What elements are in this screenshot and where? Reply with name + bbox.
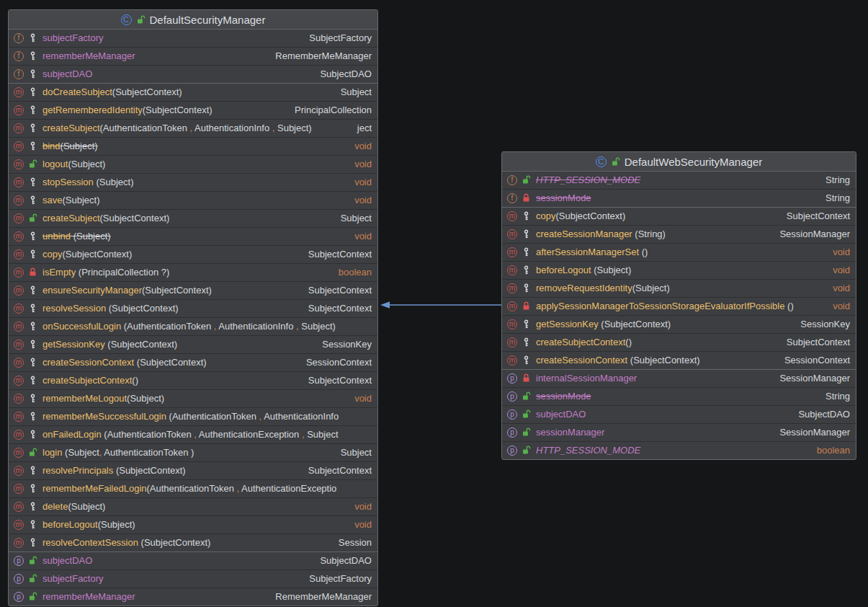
method-row-createSessionContext[interactable]: mcreateSessionContext (SubjectContext)Se…: [502, 351, 856, 369]
member-type: SubjectContext: [787, 211, 850, 221]
class-header[interactable]: C DefaultWebSecurityManager: [502, 152, 856, 171]
member-type: SessionManager: [779, 373, 850, 384]
method-row-getSessionKey[interactable]: mgetSessionKey (SubjectContext)SessionKe…: [502, 315, 856, 333]
member-type: ject: [357, 123, 372, 133]
method-icon: m: [14, 267, 24, 278]
method-row-rememberMeSuccessfulLogin[interactable]: mrememberMeSuccessfulLogin (Authenticati…: [9, 407, 377, 425]
propertie-row-sessionMode[interactable]: psessionModeString: [502, 387, 856, 405]
propertie-row-subjectFactory[interactable]: psubjectFactorySubjectFactory: [9, 570, 377, 588]
arrow-head-icon: [380, 301, 390, 309]
method-row-copy[interactable]: mcopy(SubjectContext)SubjectContext: [9, 245, 377, 263]
protected-key-icon: [28, 466, 37, 475]
protected-key-icon: [28, 340, 37, 349]
member-type: String: [826, 391, 850, 402]
member-type: SubjectContext: [308, 249, 372, 260]
method-row-doCreateSubject[interactable]: mdoCreateSubject(SubjectContext)Subject: [9, 83, 377, 101]
propertie-row-HTTP_SESSION_MODE[interactable]: pHTTP_SESSION_MODEboolean: [502, 441, 856, 459]
protected-key-icon: [522, 229, 531, 239]
member-signature: createSubject(SubjectContext): [42, 213, 335, 223]
member-signature: getSessionKey (SubjectContext): [536, 319, 795, 329]
method-row-getSessionKey[interactable]: mgetSessionKey (SubjectContext)SessionKe…: [9, 335, 377, 353]
member-list: fsubjectFactorySubjectFactoryfrememberMe…: [9, 29, 377, 606]
protected-key-icon: [28, 358, 37, 367]
member-type: Subject: [341, 447, 372, 458]
member-type: void: [354, 501, 372, 512]
method-icon: m: [14, 340, 24, 350]
member-signature: beforeLogout (Subject): [536, 265, 827, 275]
method-row-resolveContextSession[interactable]: mresolveContextSession (SubjectContext)S…: [9, 533, 377, 551]
reference-arrow[interactable]: [378, 299, 501, 311]
method-row-rememberMeFailedLogin[interactable]: mrememberMeFailedLogin(AuthenticationTok…: [9, 479, 377, 497]
field-row-HTTP_SESSION_MODE[interactable]: fHTTP_SESSION_MODEString: [502, 171, 856, 189]
method-row-applySessionManagerToSessionStorageEvaluatorIfPossible[interactable]: mapplySessionManagerToSessionStorageEval…: [502, 297, 856, 315]
member-name: rememberMeManager: [42, 591, 269, 602]
method-row-createSubjectContext[interactable]: mcreateSubjectContext()SubjectContext: [502, 333, 856, 351]
method-row-copy[interactable]: mcopy(SubjectContext)SubjectContext: [502, 207, 856, 225]
public-lock-icon: [28, 574, 37, 583]
protected-key-icon: [28, 322, 37, 331]
method-row-createSubject[interactable]: mcreateSubject(AuthenticationToken , Aut…: [9, 119, 377, 137]
method-icon: m: [507, 355, 517, 365]
method-row-resolveSession[interactable]: mresolveSession (SubjectContext)SubjectC…: [9, 299, 377, 317]
method-icon: m: [507, 283, 517, 293]
method-row-onSuccessfulLogin[interactable]: monSuccessfulLogin (AuthenticationToken …: [9, 317, 377, 335]
method-row-logout[interactable]: mlogout(Subject)void: [9, 155, 377, 173]
propertie-icon: p: [507, 446, 517, 456]
method-row-beforeLogout[interactable]: mbeforeLogout(Subject)void: [9, 515, 377, 533]
method-row-rememberMeLogout[interactable]: mrememberMeLogout(Subject)void: [9, 389, 377, 407]
field-row-rememberMeManager[interactable]: frememberMeManagerRememberMeManager: [9, 47, 377, 65]
method-row-createSessionManager[interactable]: mcreateSessionManager (String)SessionMan…: [502, 225, 856, 243]
method-row-afterSessionManagerSet[interactable]: mafterSessionManagerSet ()void: [502, 243, 856, 261]
protected-key-icon: [28, 502, 37, 511]
field-row-subjectFactory[interactable]: fsubjectFactorySubjectFactory: [9, 29, 377, 47]
method-row-createSessionContext[interactable]: mcreateSessionContext (SubjectContext)Se…: [9, 353, 377, 371]
member-signature: save(Subject): [42, 195, 349, 205]
method-row-onFailedLogin[interactable]: monFailedLogin (AuthenticationToken , Au…: [9, 425, 377, 443]
method-row-isEmpty[interactable]: misEmpty (PrincipalCollection ?)boolean: [9, 263, 377, 281]
method-row-createSubjectContext[interactable]: mcreateSubjectContext()SubjectContext: [9, 371, 377, 389]
propertie-row-internalSessionManager[interactable]: pinternalSessionManagerSessionManager: [502, 369, 856, 387]
method-row-login[interactable]: mlogin (Subject, AuthenticationToken )Su…: [9, 443, 377, 461]
method-row-ensureSecurityManager[interactable]: mensureSecurityManager(SubjectContext)Su…: [9, 281, 377, 299]
propertie-row-subjectDAO[interactable]: psubjectDAOSubjectDAO: [502, 405, 856, 423]
protected-key-icon: [522, 319, 531, 329]
method-row-createSubject[interactable]: mcreateSubject(SubjectContext)Subject: [9, 209, 377, 227]
member-signature: getSessionKey (SubjectContext): [42, 339, 316, 350]
member-signature: afterSessionManagerSet (): [536, 247, 827, 257]
method-icon: m: [507, 247, 517, 257]
class-node-DefaultWebSecurityManager[interactable]: C DefaultWebSecurityManager fHTTP_SESSIO…: [501, 151, 856, 460]
propertie-row-sessionManager[interactable]: psessionManagerSessionManager: [502, 423, 856, 441]
member-type: SubjectFactory: [309, 573, 372, 584]
propertie-row-rememberMeManager[interactable]: prememberMeManagerRememberMeManager: [9, 588, 377, 606]
method-icon: m: [507, 211, 517, 221]
class-header[interactable]: C DefaultSecurityManager: [9, 10, 377, 29]
method-row-save[interactable]: msave(Subject)void: [9, 191, 377, 209]
protected-key-icon: [28, 195, 37, 205]
member-type: void: [354, 141, 372, 151]
method-row-getRememberedIdentity[interactable]: mgetRememberedIdentity(SubjectContext)Pr…: [9, 101, 377, 119]
public-lock-icon: [522, 446, 531, 455]
properties-section: pinternalSessionManagerSessionManagerpse…: [502, 369, 856, 459]
member-type: SubjectDAO: [798, 409, 850, 420]
member-type: void: [833, 247, 850, 257]
method-row-beforeLogout[interactable]: mbeforeLogout (Subject)void: [502, 261, 856, 279]
method-row-unbind[interactable]: munbind (Subject)void: [9, 227, 377, 245]
method-row-delete[interactable]: mdelete(Subject)void: [9, 497, 377, 515]
method-row-stopSession[interactable]: mstopSession (Subject)void: [9, 173, 377, 191]
field-row-sessionMode[interactable]: fsessionModeString: [502, 189, 856, 207]
field-icon: f: [507, 193, 517, 203]
method-row-resolvePrincipals[interactable]: mresolvePrincipals (SubjectContext)Subje…: [9, 461, 377, 479]
protected-key-icon: [28, 484, 37, 493]
member-signature: doCreateSubject(SubjectContext): [42, 87, 335, 97]
protected-key-icon: [28, 33, 37, 43]
propertie-row-subjectDAO[interactable]: psubjectDAOSubjectDAO: [9, 551, 377, 570]
fields-section: fHTTP_SESSION_MODEStringfsessionModeStri…: [502, 171, 856, 207]
method-row-bind[interactable]: mbind(Subject)void: [9, 137, 377, 155]
member-name: subjectFactory: [42, 32, 303, 43]
field-row-subjectDAO[interactable]: fsubjectDAOSubjectDAO: [9, 65, 377, 83]
member-type: SubjectContext: [787, 337, 850, 347]
member-type: SubjectContext: [308, 285, 372, 296]
method-row-removeRequestIdentity[interactable]: mremoveRequestIdentity(Subject)void: [502, 279, 856, 297]
member-signature: stopSession (Subject): [42, 177, 349, 187]
class-node-DefaultSecurityManager[interactable]: C DefaultSecurityManager fsubjectFactory…: [8, 9, 378, 606]
